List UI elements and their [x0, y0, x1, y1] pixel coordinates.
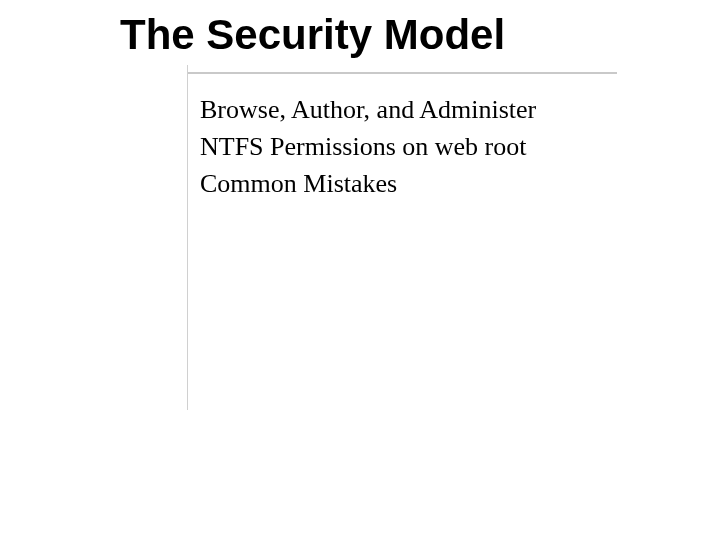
slide-body: Browse, Author, and Administer NTFS Perm…: [200, 92, 680, 203]
slide-title: The Security Model: [120, 12, 700, 58]
bullet-item: Browse, Author, and Administer: [200, 92, 680, 127]
bullet-item: Common Mistakes: [200, 166, 680, 201]
title-underline: [187, 72, 617, 74]
slide: The Security Model Browse, Author, and A…: [0, 0, 720, 540]
vertical-divider: [187, 65, 188, 410]
bullet-item: NTFS Permissions on web root: [200, 129, 680, 164]
